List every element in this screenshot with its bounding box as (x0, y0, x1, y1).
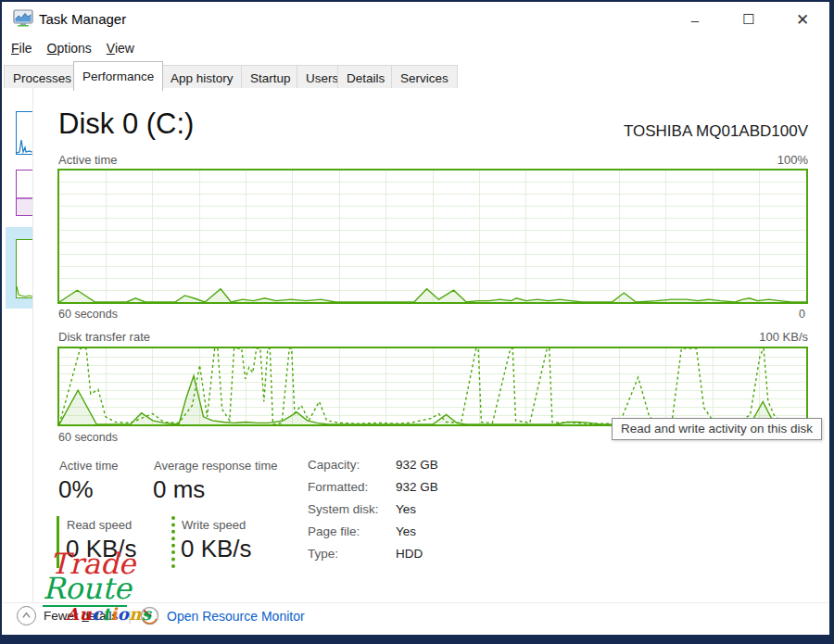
type-value: HDD (396, 547, 423, 561)
performance-sidebar (2, 88, 32, 635)
system-disk-label: System disk: (308, 502, 379, 516)
tab-processes[interactable]: Processes (4, 65, 81, 90)
menu-bar: File Options View (2, 37, 829, 59)
active-time-y-min-label: 0 (799, 308, 805, 321)
transfer-rate-chart[interactable] (57, 347, 808, 426)
minimize-button[interactable]: – (668, 2, 722, 37)
page-file-value: Yes (396, 524, 416, 538)
avg-response-stat-label: Average response time (154, 459, 277, 473)
read-speed-label: Read speed (67, 518, 132, 532)
footer-divider: | (128, 608, 132, 624)
menu-options[interactable]: Options (40, 39, 99, 57)
active-time-y-max-label: 100% (777, 153, 808, 167)
task-manager-app-icon (13, 9, 33, 28)
transfer-rate-x-label: 60 seconds (58, 431, 118, 444)
page-title: Disk 0 (C:) (58, 107, 194, 141)
fewer-details-label: Fewer details (44, 609, 118, 623)
task-manager-window: Task Manager – ☐ ✕ File Options View Pro… (0, 0, 834, 644)
active-time-x-label: 60 seconds (58, 308, 118, 321)
maximize-button[interactable]: ☐ (722, 2, 776, 37)
write-speed-value: 0 KB/s (181, 535, 252, 563)
capacity-label: Capacity: (308, 458, 360, 472)
footer: Fewer details | Open Resource Monitor (33, 603, 829, 635)
active-time-chart-title: Active time (58, 153, 118, 167)
tab-services[interactable]: Services (391, 65, 458, 90)
device-name: TOSHIBA MQ01ABD100V (624, 122, 808, 141)
sidebar-item-cpu[interactable] (16, 111, 32, 155)
close-button[interactable]: ✕ (776, 2, 829, 37)
system-disk-value: Yes (396, 502, 416, 516)
fewer-details-button[interactable]: Fewer details (17, 606, 118, 625)
write-speed-label: Write speed (182, 518, 246, 532)
read-speed-indicator (57, 516, 59, 568)
menu-view[interactable]: View (99, 39, 142, 57)
type-label: Type: (308, 547, 338, 561)
tab-details[interactable]: Details (337, 65, 394, 90)
sidebar-item-disk[interactable] (16, 239, 32, 298)
menu-file[interactable]: File (4, 39, 40, 57)
active-time-stat-value: 0% (58, 475, 94, 504)
formatted-value: 932 GB (396, 480, 438, 494)
chart-tooltip: Read and write activity on this disk (612, 418, 822, 440)
active-time-stat-label: Active time (59, 459, 119, 473)
open-resource-monitor-link[interactable]: Open Resource Monitor (140, 606, 305, 625)
transfer-rate-y-max-label: 100 KB/s (759, 330, 808, 344)
avg-response-stat-value: 0 ms (153, 475, 205, 504)
tab-app-history[interactable]: App history (161, 65, 243, 90)
resource-monitor-icon (140, 606, 159, 625)
sidebar-item-memory[interactable] (16, 170, 32, 216)
watermark-underline (43, 605, 127, 607)
watermark-route: Route (43, 571, 132, 606)
active-time-chart[interactable] (57, 169, 808, 304)
transfer-rate-chart-title: Disk transfer rate (58, 330, 150, 344)
capacity-value: 932 GB (396, 458, 438, 472)
window-title: Task Manager (39, 11, 126, 27)
read-speed-value: 0 KB/s (66, 535, 137, 563)
chevron-up-icon (17, 606, 36, 625)
tab-strip: Processes Performance App history Startu… (2, 59, 829, 90)
page-file-label: Page file: (308, 524, 360, 538)
disk-performance-panel: Disk 0 (C:) TOSHIBA MQ01ABD100V Active t… (33, 88, 829, 635)
titlebar[interactable]: Task Manager – ☐ ✕ (2, 2, 829, 37)
tab-performance[interactable]: Performance (73, 61, 163, 91)
open-resource-monitor-label: Open Resource Monitor (167, 609, 305, 624)
formatted-label: Formatted: (308, 480, 368, 494)
write-speed-indicator (171, 516, 175, 568)
tab-startup[interactable]: Startup (241, 65, 300, 90)
